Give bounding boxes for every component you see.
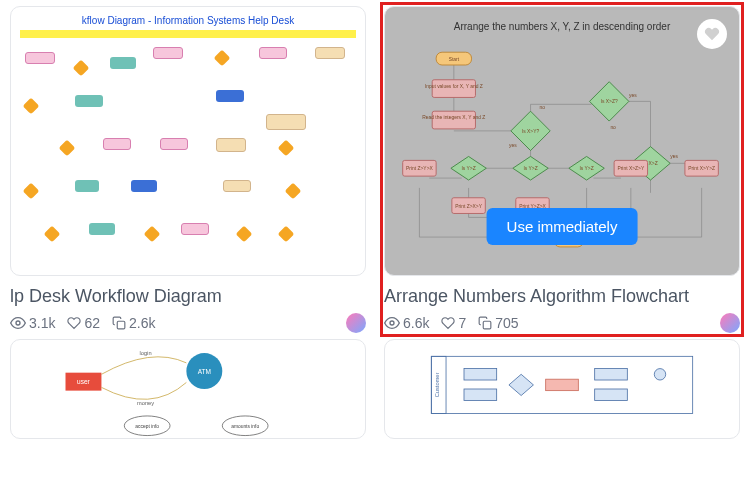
eye-icon	[384, 315, 400, 331]
svg-rect-38	[484, 321, 492, 329]
svg-text:login: login	[140, 350, 152, 356]
thumbnail-arrange-numbers[interactable]: Arrange the numbers X, Y, Z in descendin…	[384, 6, 740, 276]
author-avatar[interactable]	[720, 313, 740, 333]
likes-stat: 7	[441, 315, 466, 331]
svg-text:yes: yes	[509, 143, 517, 148]
heart-icon	[441, 316, 455, 330]
heart-icon	[704, 26, 720, 42]
svg-text:yes: yes	[629, 93, 637, 98]
card-meta: 6.6k 7 705	[384, 313, 740, 333]
svg-point-0	[16, 321, 20, 325]
svg-text:Is Y>Z: Is Y>Z	[579, 166, 593, 171]
favorite-button[interactable]	[697, 19, 727, 49]
heart-icon	[67, 316, 81, 330]
card-meta: 3.1k 62 2.6k	[10, 313, 366, 333]
svg-text:accept info: accept info	[135, 424, 159, 429]
svg-marker-54	[509, 374, 534, 395]
svg-text:Is X>Z?: Is X>Z?	[601, 99, 618, 104]
svg-rect-1	[117, 321, 125, 329]
svg-text:Is Y>Z: Is Y>Z	[461, 166, 475, 171]
copies-stat: 2.6k	[112, 315, 155, 331]
partial-row: user ATM login money accept info amounts…	[0, 339, 750, 439]
copy-icon	[112, 316, 126, 330]
likes-stat: 62	[67, 315, 100, 331]
template-card-helpdesk[interactable]: kflow Diagram - Information Systems Help…	[10, 6, 366, 333]
svg-text:Is Y>Z: Is Y>Z	[523, 166, 537, 171]
svg-text:money: money	[137, 400, 154, 406]
svg-text:Start: Start	[449, 57, 460, 62]
svg-text:Print X>Y>Z: Print X>Y>Z	[688, 166, 715, 171]
svg-rect-53	[464, 389, 497, 400]
svg-text:Print Z>Y>X: Print Z>Y>X	[406, 166, 433, 171]
svg-text:no: no	[540, 105, 546, 110]
use-immediately-button[interactable]: Use immediately	[487, 208, 638, 245]
svg-text:amounts info: amounts info	[231, 424, 259, 429]
svg-text:Customer: Customer	[434, 372, 440, 397]
copy-icon	[478, 316, 492, 330]
thumbnail-title: kflow Diagram - Information Systems Help…	[82, 15, 294, 26]
swimlane-diagram: Customer	[385, 340, 739, 438]
svg-text:ATM: ATM	[198, 368, 211, 375]
svg-point-37	[390, 321, 394, 325]
svg-text:user: user	[77, 378, 91, 385]
svg-text:Print X>Z>Y: Print X>Z>Y	[617, 166, 644, 171]
svg-rect-55	[546, 379, 579, 390]
yellow-band	[20, 30, 356, 38]
svg-text:Read the integers X, Y and Z: Read the integers X, Y and Z	[422, 115, 485, 120]
card-title: Arrange Numbers Algorithm Flowchart	[384, 286, 740, 307]
thumbnail-helpdesk[interactable]: kflow Diagram - Information Systems Help…	[10, 6, 366, 276]
diagram-title: Arrange the numbers X, Y, Z in descendin…	[454, 21, 670, 32]
template-grid: kflow Diagram - Information Systems Help…	[0, 0, 750, 339]
svg-text:Print Z>X>Y: Print Z>X>Y	[455, 204, 482, 209]
atm-diagram: user ATM login money accept info amounts…	[11, 340, 365, 438]
views-stat: 6.6k	[384, 315, 429, 331]
thumbnail-swimlane[interactable]: Customer	[384, 339, 740, 439]
copies-stat: 705	[478, 315, 518, 331]
template-card-arrange-numbers[interactable]: Arrange the numbers X, Y, Z in descendin…	[384, 6, 740, 333]
views-stat: 3.1k	[10, 315, 55, 331]
flowchart-preview	[11, 38, 365, 275]
svg-rect-57	[595, 389, 628, 400]
svg-text:no: no	[610, 125, 616, 130]
svg-text:yes: yes	[670, 154, 678, 159]
svg-rect-52	[464, 369, 497, 380]
svg-text:Input values for X, Y and Z: Input values for X, Y and Z	[425, 84, 483, 89]
svg-rect-56	[595, 369, 628, 380]
svg-text:Is X>Y?: Is X>Y?	[522, 129, 540, 134]
thumbnail-atm[interactable]: user ATM login money accept info amounts…	[10, 339, 366, 439]
eye-icon	[10, 315, 26, 331]
svg-point-58	[654, 369, 665, 380]
author-avatar[interactable]	[346, 313, 366, 333]
card-title: lp Desk Workflow Diagram	[10, 286, 366, 307]
